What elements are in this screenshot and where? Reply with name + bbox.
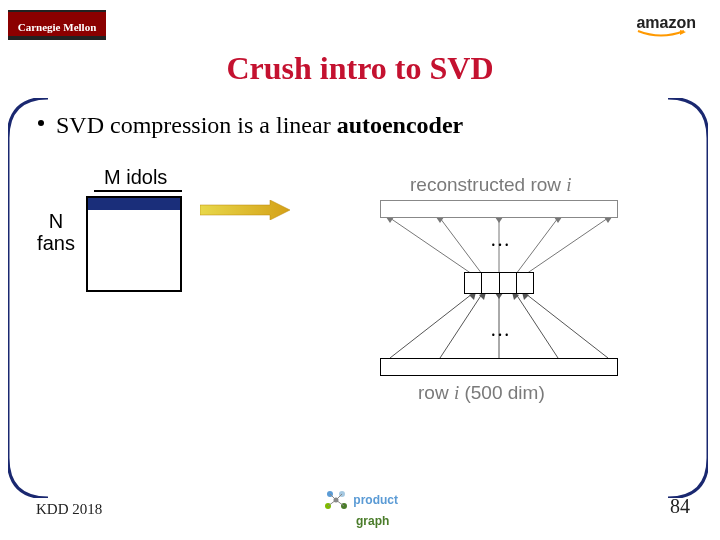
rowi-prefix: row (418, 382, 454, 403)
bullet-icon (38, 120, 44, 126)
footer-graph-text: graph (356, 514, 389, 528)
ellipsis-bottom: … (490, 318, 510, 341)
svg-marker-8 (495, 218, 503, 223)
svg-marker-19 (512, 294, 519, 300)
reconstructed-label: reconstructed row i (410, 174, 572, 196)
rows-label-fans: fans (37, 232, 75, 254)
bottleneck-box (464, 272, 534, 294)
arrow-right-icon (200, 200, 290, 220)
matrix-box (86, 196, 182, 292)
svg-line-1 (390, 218, 472, 274)
matrix-rows-label: N fans (32, 210, 80, 254)
matrix-cols-underline (94, 190, 182, 192)
svg-line-2 (440, 218, 482, 274)
slide-frame (8, 98, 708, 498)
svg-line-12 (440, 294, 482, 358)
recon-var: i (566, 174, 571, 195)
svg-marker-7 (436, 218, 444, 223)
slide-title: Crush intro to SVD (0, 50, 720, 87)
matrix-cols-label: M idols (104, 166, 167, 189)
svg-line-28 (328, 500, 336, 506)
ellipsis-top: … (490, 228, 510, 251)
svg-marker-0 (200, 200, 290, 220)
amazon-text: amazon (636, 14, 696, 31)
matrix-highlighted-row (88, 198, 180, 210)
footer-venue: KDD 2018 (36, 501, 102, 518)
svg-line-4 (516, 218, 558, 274)
output-row-box (380, 200, 618, 218)
svg-marker-9 (554, 218, 562, 223)
amazon-logo: amazon (636, 14, 696, 38)
svg-marker-16 (469, 294, 476, 300)
bullet-text: SVD compression is a linear autoencoder (56, 112, 463, 139)
svg-marker-17 (479, 294, 486, 300)
svg-marker-6 (386, 218, 394, 223)
bullet-bold: autoencoder (337, 112, 464, 138)
rowi-dim: (500 dim) (459, 382, 545, 403)
svg-marker-20 (522, 294, 529, 300)
bullet-prefix: SVD compression is a linear (56, 112, 337, 138)
cmu-logo: Carnegie Mellon (8, 10, 106, 40)
footer-product-text: product (353, 493, 398, 507)
recon-prefix: reconstructed row (410, 174, 566, 195)
svg-line-14 (516, 294, 558, 358)
amazon-smile-icon (636, 30, 686, 38)
svg-line-27 (336, 494, 342, 500)
product-graph-icon (322, 488, 350, 514)
svg-line-11 (390, 294, 472, 358)
input-row-label: row i (500 dim) (418, 382, 545, 404)
svg-line-29 (336, 500, 344, 506)
page-number: 84 (670, 495, 690, 518)
svg-line-26 (330, 494, 336, 500)
input-row-box (380, 358, 618, 376)
rows-label-n: N (49, 210, 63, 232)
svg-marker-10 (604, 218, 612, 223)
footer-logo: product graph (322, 488, 398, 528)
svg-line-15 (526, 294, 608, 358)
svg-marker-18 (495, 294, 503, 299)
svg-line-5 (526, 218, 608, 274)
